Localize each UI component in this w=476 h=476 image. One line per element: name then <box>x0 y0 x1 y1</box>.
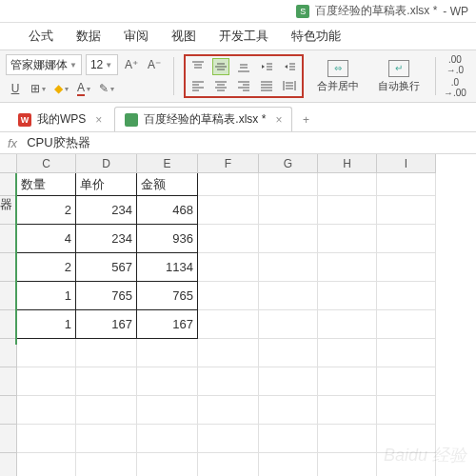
cell[interactable] <box>198 225 259 253</box>
cell[interactable]: 数量 <box>17 173 76 196</box>
cell[interactable] <box>259 196 318 225</box>
align-right-icon[interactable] <box>235 77 252 94</box>
decrease-font-icon[interactable]: A⁻ <box>145 55 164 74</box>
cell[interactable] <box>198 396 259 425</box>
menu-review[interactable]: 审阅 <box>124 28 149 45</box>
cell[interactable] <box>318 225 377 253</box>
tab-document[interactable]: 百度经验的草稿表.xlsx * × <box>114 107 292 131</box>
menu-data[interactable]: 数据 <box>76 28 101 45</box>
cell[interactable]: 2 <box>17 196 76 225</box>
decrease-decimal-icon[interactable]: .0→.00 <box>446 78 465 97</box>
increase-decimal-icon[interactable]: .00→.0 <box>446 55 465 74</box>
cell[interactable] <box>76 396 137 425</box>
cell[interactable]: 468 <box>137 196 198 225</box>
wrap-text-button[interactable]: ↵ 自动换行 <box>372 53 426 99</box>
cell[interactable]: 4 <box>17 225 76 253</box>
col-header[interactable]: D <box>76 154 137 173</box>
cell[interactable] <box>137 339 198 367</box>
cell[interactable] <box>318 310 377 339</box>
cell[interactable]: 金额 <box>137 173 198 196</box>
cell[interactable] <box>76 453 137 476</box>
cell[interactable] <box>318 253 377 282</box>
align-top-icon[interactable] <box>189 58 207 75</box>
cell[interactable] <box>198 196 259 225</box>
col-header[interactable]: F <box>198 154 259 173</box>
cell[interactable] <box>377 367 436 396</box>
cell[interactable] <box>198 282 259 310</box>
cell[interactable] <box>377 173 436 196</box>
cell[interactable] <box>259 310 318 339</box>
cell[interactable] <box>377 225 436 253</box>
cell[interactable] <box>318 339 377 367</box>
cell[interactable]: 234 <box>76 225 137 253</box>
cell[interactable] <box>377 396 436 425</box>
cell[interactable] <box>198 173 259 196</box>
menu-view[interactable]: 视图 <box>171 28 196 45</box>
cell[interactable] <box>259 367 318 396</box>
cell[interactable]: 单价 <box>76 173 137 196</box>
cell[interactable] <box>377 196 436 225</box>
col-header[interactable]: H <box>318 154 377 173</box>
cell[interactable] <box>259 396 318 425</box>
cell[interactable] <box>259 453 318 476</box>
cell[interactable] <box>259 173 318 196</box>
menu-formula[interactable]: 公式 <box>29 28 53 45</box>
justify-icon[interactable] <box>258 77 275 94</box>
font-color-icon[interactable]: A▾ <box>74 79 93 98</box>
spreadsheet-grid[interactable]: CDEFGHI 数量单价金额22344684234936256711341765… <box>0 154 476 476</box>
cell[interactable] <box>137 367 198 396</box>
font-name-select[interactable]: 管家娜娜体▼ <box>6 54 82 75</box>
cell[interactable] <box>17 367 76 396</box>
cell[interactable]: 1 <box>17 310 76 339</box>
cell[interactable] <box>318 453 377 476</box>
cell[interactable] <box>76 339 137 367</box>
new-tab-button[interactable]: + <box>294 109 317 131</box>
col-header[interactable]: G <box>259 154 318 173</box>
cell[interactable] <box>318 196 377 225</box>
cell[interactable] <box>318 282 377 310</box>
col-header[interactable]: E <box>137 154 198 173</box>
cell[interactable]: 765 <box>137 282 198 310</box>
cell[interactable] <box>377 253 436 282</box>
tab-wps-home[interactable]: W 我的WPS × <box>8 107 112 131</box>
menu-dev[interactable]: 开发工具 <box>219 28 268 45</box>
cell[interactable]: 234 <box>76 196 137 225</box>
formula-value[interactable]: CPU胶热器 <box>27 134 89 151</box>
cell[interactable]: 567 <box>76 253 137 282</box>
cell[interactable]: 2 <box>17 253 76 282</box>
cell[interactable] <box>259 425 318 453</box>
close-icon[interactable]: × <box>95 113 102 127</box>
cell[interactable] <box>137 453 198 476</box>
cell[interactable]: 765 <box>76 282 137 310</box>
cell[interactable] <box>198 367 259 396</box>
cell[interactable]: 1134 <box>137 253 198 282</box>
cell[interactable] <box>259 253 318 282</box>
cell[interactable]: 1 <box>17 282 76 310</box>
cell[interactable] <box>17 339 76 367</box>
fill-color-icon[interactable]: ◆▾ <box>51 79 70 98</box>
cell[interactable] <box>259 225 318 253</box>
col-header[interactable]: C <box>17 154 76 173</box>
cell[interactable] <box>17 396 76 425</box>
cell[interactable]: 167 <box>76 310 137 339</box>
cell[interactable] <box>76 425 137 453</box>
col-header[interactable]: I <box>377 154 436 173</box>
cell[interactable] <box>198 310 259 339</box>
align-center-icon[interactable] <box>212 77 229 94</box>
cell[interactable] <box>377 339 436 367</box>
cell[interactable] <box>137 396 198 425</box>
cell[interactable] <box>198 253 259 282</box>
decrease-indent-icon[interactable] <box>258 58 275 75</box>
cell[interactable] <box>377 282 436 310</box>
cell[interactable]: 167 <box>137 310 198 339</box>
cell[interactable] <box>137 425 198 453</box>
close-icon[interactable]: × <box>275 113 282 127</box>
cell[interactable] <box>198 425 259 453</box>
cell[interactable]: 936 <box>137 225 198 253</box>
align-bottom-icon[interactable] <box>235 58 252 75</box>
cell[interactable] <box>259 282 318 310</box>
cell[interactable] <box>318 173 377 196</box>
font-size-select[interactable]: 12▼ <box>86 54 118 75</box>
cell[interactable] <box>377 310 436 339</box>
cell[interactable] <box>198 453 259 476</box>
